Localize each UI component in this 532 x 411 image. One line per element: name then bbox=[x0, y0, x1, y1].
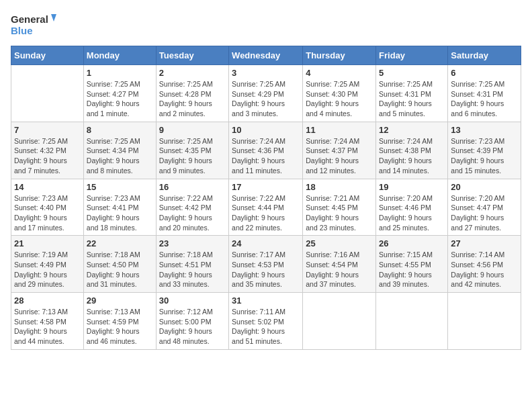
calendar-cell: 8Sunrise: 7:25 AMSunset: 4:34 PMDaylight… bbox=[83, 122, 156, 179]
day-number: 7 bbox=[14, 125, 81, 135]
calendar-cell: 31Sunrise: 7:11 AMSunset: 5:02 PMDayligh… bbox=[229, 293, 303, 350]
day-headers-row: SundayMondayTuesdayWednesdayThursdayFrid… bbox=[11, 46, 521, 65]
calendar-cell: 25Sunrise: 7:16 AMSunset: 4:54 PMDayligh… bbox=[303, 236, 376, 293]
calendar-cell: 12Sunrise: 7:24 AMSunset: 4:38 PMDayligh… bbox=[376, 122, 448, 179]
logo: General Blue bbox=[11, 11, 58, 38]
day-info: Sunrise: 7:25 AMSunset: 4:28 PMDaylight:… bbox=[159, 79, 226, 119]
day-info: Sunrise: 7:25 AMSunset: 4:30 PMDaylight:… bbox=[306, 79, 373, 119]
calendar-body: 1Sunrise: 7:25 AMSunset: 4:27 PMDaylight… bbox=[11, 65, 521, 350]
calendar-cell: 27Sunrise: 7:14 AMSunset: 4:56 PMDayligh… bbox=[448, 236, 521, 293]
day-info: Sunrise: 7:25 AMSunset: 4:32 PMDaylight:… bbox=[14, 136, 81, 176]
day-of-week-header: Tuesday bbox=[156, 46, 228, 65]
calendar-cell bbox=[448, 293, 521, 350]
day-info: Sunrise: 7:13 AMSunset: 4:58 PMDaylight:… bbox=[14, 307, 81, 347]
calendar-cell: 22Sunrise: 7:18 AMSunset: 4:50 PMDayligh… bbox=[83, 236, 156, 293]
calendar-cell: 13Sunrise: 7:23 AMSunset: 4:39 PMDayligh… bbox=[448, 122, 521, 179]
day-info: Sunrise: 7:24 AMSunset: 4:38 PMDaylight:… bbox=[379, 136, 445, 176]
day-number: 29 bbox=[87, 295, 153, 306]
day-number: 27 bbox=[451, 238, 518, 248]
day-number: 20 bbox=[451, 182, 518, 192]
calendar-cell: 17Sunrise: 7:22 AMSunset: 4:44 PMDayligh… bbox=[229, 179, 303, 236]
day-number: 19 bbox=[379, 182, 445, 192]
day-of-week-header: Monday bbox=[83, 46, 156, 65]
day-info: Sunrise: 7:23 AMSunset: 4:41 PMDaylight:… bbox=[87, 193, 153, 233]
day-of-week-header: Friday bbox=[376, 46, 448, 65]
day-info: Sunrise: 7:21 AMSunset: 4:45 PMDaylight:… bbox=[306, 193, 373, 233]
svg-text:General: General bbox=[11, 13, 48, 25]
day-number: 23 bbox=[159, 238, 226, 248]
day-number: 18 bbox=[306, 182, 373, 192]
calendar-week-row: 14Sunrise: 7:23 AMSunset: 4:40 PMDayligh… bbox=[11, 179, 521, 236]
day-info: Sunrise: 7:13 AMSunset: 4:59 PMDaylight:… bbox=[87, 307, 153, 347]
day-of-week-header: Wednesday bbox=[229, 46, 303, 65]
svg-text:Blue: Blue bbox=[11, 25, 33, 36]
day-number: 5 bbox=[379, 68, 445, 78]
calendar-cell: 7Sunrise: 7:25 AMSunset: 4:32 PMDaylight… bbox=[11, 122, 84, 179]
page-header: General Blue bbox=[11, 11, 521, 38]
day-info: Sunrise: 7:19 AMSunset: 4:49 PMDaylight:… bbox=[14, 250, 81, 289]
calendar-cell: 11Sunrise: 7:24 AMSunset: 4:37 PMDayligh… bbox=[303, 122, 376, 179]
day-info: Sunrise: 7:25 AMSunset: 4:31 PMDaylight:… bbox=[379, 79, 445, 119]
calendar-cell: 6Sunrise: 7:25 AMSunset: 4:31 PMDaylight… bbox=[448, 65, 521, 122]
calendar-cell: 16Sunrise: 7:22 AMSunset: 4:42 PMDayligh… bbox=[156, 179, 228, 236]
day-number: 10 bbox=[232, 125, 300, 135]
day-number: 30 bbox=[159, 295, 226, 306]
calendar-cell: 24Sunrise: 7:17 AMSunset: 4:53 PMDayligh… bbox=[229, 236, 303, 293]
day-info: Sunrise: 7:23 AMSunset: 4:39 PMDaylight:… bbox=[451, 136, 518, 176]
day-info: Sunrise: 7:25 AMSunset: 4:35 PMDaylight:… bbox=[159, 136, 226, 176]
calendar-cell: 2Sunrise: 7:25 AMSunset: 4:28 PMDaylight… bbox=[156, 65, 228, 122]
calendar-cell: 1Sunrise: 7:25 AMSunset: 4:27 PMDaylight… bbox=[83, 65, 156, 122]
day-number: 16 bbox=[159, 182, 226, 192]
calendar-week-row: 21Sunrise: 7:19 AMSunset: 4:49 PMDayligh… bbox=[11, 236, 521, 293]
day-number: 3 bbox=[232, 68, 300, 78]
calendar-table: SundayMondayTuesdayWednesdayThursdayFrid… bbox=[11, 46, 521, 350]
calendar-cell: 21Sunrise: 7:19 AMSunset: 4:49 PMDayligh… bbox=[11, 236, 84, 293]
day-number: 25 bbox=[306, 238, 373, 248]
day-number: 4 bbox=[306, 68, 373, 78]
day-info: Sunrise: 7:11 AMSunset: 5:02 PMDaylight:… bbox=[232, 307, 300, 347]
day-info: Sunrise: 7:25 AMSunset: 4:27 PMDaylight:… bbox=[87, 79, 153, 119]
calendar-cell: 29Sunrise: 7:13 AMSunset: 4:59 PMDayligh… bbox=[83, 293, 156, 350]
calendar-cell: 20Sunrise: 7:20 AMSunset: 4:47 PMDayligh… bbox=[448, 179, 521, 236]
day-info: Sunrise: 7:18 AMSunset: 4:50 PMDaylight:… bbox=[87, 250, 153, 289]
day-number: 28 bbox=[14, 295, 81, 306]
day-info: Sunrise: 7:20 AMSunset: 4:46 PMDaylight:… bbox=[379, 193, 445, 233]
calendar-cell: 4Sunrise: 7:25 AMSunset: 4:30 PMDaylight… bbox=[303, 65, 376, 122]
day-info: Sunrise: 7:15 AMSunset: 4:55 PMDaylight:… bbox=[379, 250, 445, 289]
day-number: 1 bbox=[87, 68, 153, 78]
day-info: Sunrise: 7:12 AMSunset: 5:00 PMDaylight:… bbox=[159, 307, 226, 347]
calendar-cell: 3Sunrise: 7:25 AMSunset: 4:29 PMDaylight… bbox=[229, 65, 303, 122]
day-info: Sunrise: 7:20 AMSunset: 4:47 PMDaylight:… bbox=[451, 193, 518, 233]
day-info: Sunrise: 7:14 AMSunset: 4:56 PMDaylight:… bbox=[451, 250, 518, 289]
calendar-cell: 9Sunrise: 7:25 AMSunset: 4:35 PMDaylight… bbox=[156, 122, 228, 179]
day-of-week-header: Saturday bbox=[448, 46, 521, 65]
calendar-header: SundayMondayTuesdayWednesdayThursdayFrid… bbox=[11, 46, 521, 65]
calendar-cell bbox=[376, 293, 448, 350]
day-number: 31 bbox=[232, 295, 300, 306]
day-number: 17 bbox=[232, 182, 300, 192]
day-info: Sunrise: 7:23 AMSunset: 4:40 PMDaylight:… bbox=[14, 193, 81, 233]
calendar-cell: 28Sunrise: 7:13 AMSunset: 4:58 PMDayligh… bbox=[11, 293, 84, 350]
day-number: 8 bbox=[87, 125, 153, 135]
calendar-cell: 15Sunrise: 7:23 AMSunset: 4:41 PMDayligh… bbox=[83, 179, 156, 236]
calendar-cell: 23Sunrise: 7:18 AMSunset: 4:51 PMDayligh… bbox=[156, 236, 228, 293]
day-number: 14 bbox=[14, 182, 81, 192]
day-of-week-header: Thursday bbox=[303, 46, 376, 65]
day-info: Sunrise: 7:22 AMSunset: 4:42 PMDaylight:… bbox=[159, 193, 226, 233]
calendar-cell: 18Sunrise: 7:21 AMSunset: 4:45 PMDayligh… bbox=[303, 179, 376, 236]
day-number: 6 bbox=[451, 68, 518, 78]
day-number: 22 bbox=[87, 238, 153, 248]
day-number: 24 bbox=[232, 238, 300, 248]
calendar-cell: 26Sunrise: 7:15 AMSunset: 4:55 PMDayligh… bbox=[376, 236, 448, 293]
day-info: Sunrise: 7:22 AMSunset: 4:44 PMDaylight:… bbox=[232, 193, 300, 233]
svg-marker-2 bbox=[51, 14, 56, 21]
day-number: 15 bbox=[87, 182, 153, 192]
day-number: 2 bbox=[159, 68, 226, 78]
calendar-cell: 14Sunrise: 7:23 AMSunset: 4:40 PMDayligh… bbox=[11, 179, 84, 236]
day-info: Sunrise: 7:25 AMSunset: 4:31 PMDaylight:… bbox=[451, 79, 518, 119]
day-number: 9 bbox=[159, 125, 226, 135]
day-info: Sunrise: 7:24 AMSunset: 4:37 PMDaylight:… bbox=[306, 136, 373, 176]
calendar-cell: 19Sunrise: 7:20 AMSunset: 4:46 PMDayligh… bbox=[376, 179, 448, 236]
calendar-week-row: 1Sunrise: 7:25 AMSunset: 4:27 PMDaylight… bbox=[11, 65, 521, 122]
day-number: 21 bbox=[14, 238, 81, 248]
